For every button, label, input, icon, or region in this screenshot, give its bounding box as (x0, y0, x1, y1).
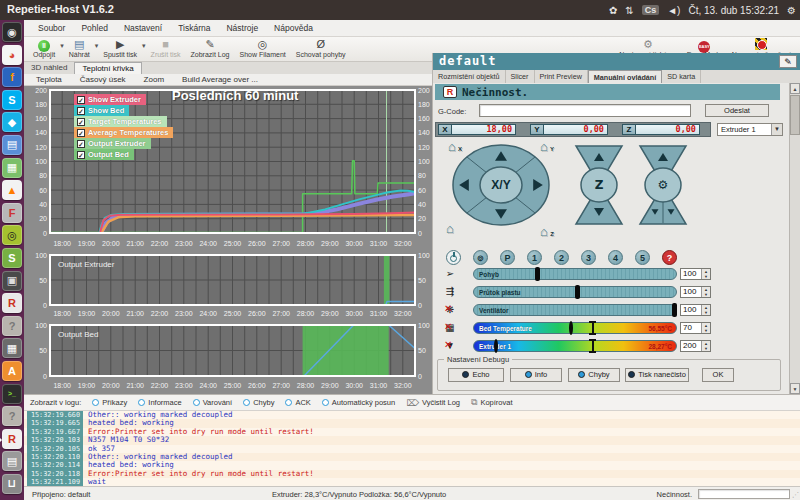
start-print-button[interactable]: ▶Spustit tisk (98, 38, 142, 58)
filter-varov-n-button[interactable]: Varování (193, 398, 232, 407)
launcher-openscad-icon[interactable]: ◎ (2, 225, 22, 245)
tab-rozm-st-n-objekt[interactable]: Rozmístění objektů (433, 70, 506, 83)
debug-echo-button[interactable]: Echo (448, 368, 504, 382)
bed-temp-slider-target-marker[interactable] (589, 321, 596, 335)
park-button[interactable]: P (500, 250, 515, 265)
legend-output-extruder[interactable]: ✓Output Extruder (74, 138, 151, 149)
menu-pohled[interactable]: Pohled (81, 23, 107, 33)
filter-automatick-posun-button[interactable]: Automatický posun (322, 398, 395, 407)
debug-chyby-button[interactable]: Chyby (568, 368, 620, 382)
edit-profile-button[interactable]: ✎ (779, 55, 797, 68)
send-gcode-button[interactable]: Odeslat (705, 104, 769, 117)
menu-n-stroje[interactable]: Nástroje (226, 23, 258, 33)
keyboard-layout-indicator[interactable]: Cs (642, 5, 660, 15)
toggle-log-button[interactable]: ✎Zobrazit Log (186, 38, 235, 58)
xy-jog-pad[interactable]: X/Y (451, 143, 551, 227)
session-gear-icon[interactable]: ⚙ (787, 5, 796, 16)
fan-slider-thumb[interactable] (672, 303, 677, 317)
motors-off-button[interactable]: ⊚ (473, 250, 488, 265)
debug-info-button[interactable]: Info (510, 368, 562, 382)
panel-scrollbar[interactable]: ▲ ▼ (789, 83, 800, 394)
spinner-arrows-icon[interactable]: ▲▼ (701, 305, 710, 315)
legend-show-bed[interactable]: ✓Show Bed (74, 105, 129, 116)
clock[interactable]: Čt, 13. dub 15:32:21 (688, 5, 779, 16)
scroll-down-icon[interactable]: ▼ (790, 383, 800, 394)
checkbox-icon[interactable]: ✓ (77, 96, 85, 104)
preset-5-button[interactable]: 5 (635, 250, 650, 265)
launcher-archive-manager-icon[interactable]: A (2, 361, 22, 381)
tab-3d-n-hled[interactable]: 3D náhled (24, 62, 74, 74)
extruder-temp-slider-track[interactable]: Extruder 1 28,27°C (473, 340, 677, 352)
launcher-camera-tool-icon[interactable]: ▣ (2, 271, 22, 291)
checkbox-icon[interactable]: ✓ (77, 140, 85, 148)
menu-n-pov-da[interactable]: Nápověda (274, 23, 313, 33)
launcher-kodi-icon[interactable]: ◆ (2, 112, 22, 132)
power-button[interactable] (446, 250, 461, 265)
launcher-firefox-icon[interactable]: f (2, 67, 22, 87)
scroll-up-icon[interactable]: ▲ (790, 83, 800, 94)
legend-target-temperatures[interactable]: ✓Target Temperatures (74, 116, 167, 127)
legend-output-bed[interactable]: ✓Output Bed (74, 149, 134, 160)
launcher-unknown-app-2-icon[interactable]: ? (2, 406, 22, 426)
preset-3-button[interactable]: 3 (581, 250, 596, 265)
launcher-libreoffice-writer-icon[interactable]: ▤ (2, 135, 22, 155)
speed-slider-spinbox[interactable]: 100▲▼ (680, 268, 711, 280)
extruder-select[interactable]: Extruder 1 ▼ (717, 123, 783, 136)
gcode-input[interactable] (479, 104, 691, 117)
launcher-skype-icon[interactable]: S (2, 90, 22, 110)
spinner-arrows-icon[interactable]: ▲▼ (701, 269, 710, 279)
checkbox-icon[interactable]: ✓ (77, 151, 85, 159)
extruder-temp-slider-spinbox[interactable]: 200▲▼ (680, 340, 711, 352)
network-indicator-icon[interactable]: ⇅ (625, 5, 633, 16)
scroll-thumb[interactable] (790, 95, 800, 135)
clear-log-button[interactable]: ⌦ Vyčistit Log (406, 398, 460, 408)
filter-ack-button[interactable]: ACK (285, 398, 310, 407)
speed-slider-thumb[interactable] (535, 267, 540, 281)
disconnect-button[interactable]: ‖Odpojit (28, 38, 60, 58)
updates-indicator-icon[interactable]: ✿ (609, 5, 617, 16)
launcher-slic3r-icon[interactable]: S (2, 248, 22, 268)
launcher-dash-home-icon[interactable]: ◉ (2, 22, 22, 42)
chart-menu-zoom[interactable]: Zoom (144, 74, 164, 85)
help-button[interactable]: ? (662, 250, 677, 265)
ok-button[interactable]: OK (702, 368, 734, 382)
chart-menu-asov-sek[interactable]: Časový úsek (80, 74, 126, 85)
debug-tisk-nane-isto-button[interactable]: Tisk nanečisto (625, 368, 689, 382)
launcher-calculator-icon[interactable]: ▦ (2, 338, 22, 358)
menu-tisk-rna[interactable]: Tiskárna (178, 23, 210, 33)
extruder-temp-slider-target-marker[interactable] (589, 339, 596, 353)
launcher-repetier-server-icon[interactable]: R (2, 293, 22, 313)
hide-travel-button[interactable]: ØSchovat pohyby (291, 38, 351, 58)
launcher-terminal-icon[interactable]: >_ (2, 384, 22, 404)
menu-soubor[interactable]: Soubor (38, 23, 65, 33)
fan-slider-spinbox[interactable]: 100▲▼ (680, 304, 711, 316)
launcher-vlc-icon[interactable]: ▲ (2, 180, 22, 200)
spinner-arrows-icon[interactable]: ▲▼ (701, 323, 710, 333)
launcher-print-queue-icon[interactable]: ▤ (2, 451, 22, 471)
launcher-unknown-app-icon[interactable]: ? (2, 316, 22, 336)
launcher-trash-icon[interactable]: ⊔ (2, 474, 22, 494)
spinner-arrows-icon[interactable]: ▲▼ (701, 341, 710, 351)
speed-slider-track[interactable]: Pohyb (473, 268, 677, 280)
flow-slider-spinbox[interactable]: 100▲▼ (680, 286, 711, 298)
chart-menu-teplota[interactable]: Teplota (36, 74, 62, 85)
legend-show-extruder[interactable]: ✓Show Extruder (74, 94, 146, 105)
launcher-freecad-icon[interactable]: F (2, 203, 22, 223)
copy-log-button[interactable]: ⧉ Kopírovat (471, 397, 513, 408)
checkbox-icon[interactable]: ✓ (77, 129, 85, 137)
flow-slider-track[interactable]: Průtok plastu (473, 286, 677, 298)
bed-temp-slider-spinbox[interactable]: 70▲▼ (680, 322, 711, 334)
tab-sd-karta[interactable]: SD karta (662, 70, 701, 83)
z-jog-control[interactable]: Z (573, 143, 625, 227)
menu-nastaven[interactable]: Nastavení (124, 23, 162, 33)
spinner-arrows-icon[interactable]: ▲▼ (701, 287, 710, 297)
load-button[interactable]: ▤Náhrát (64, 38, 95, 58)
launcher-repetier-host-icon[interactable]: R (2, 429, 22, 449)
bed-temp-slider-track[interactable]: Bed Temperature 56,55°C (473, 322, 677, 334)
fan-slider-track[interactable]: Ventilátor (473, 304, 677, 316)
preset-1-button[interactable]: 1 (527, 250, 542, 265)
checkbox-icon[interactable]: ✓ (77, 107, 85, 115)
show-filament-button[interactable]: ◎Show Filament (234, 38, 290, 58)
chart-menu-build-average-over[interactable]: Build Average over ... (182, 74, 258, 85)
checkbox-icon[interactable]: ✓ (77, 118, 85, 126)
